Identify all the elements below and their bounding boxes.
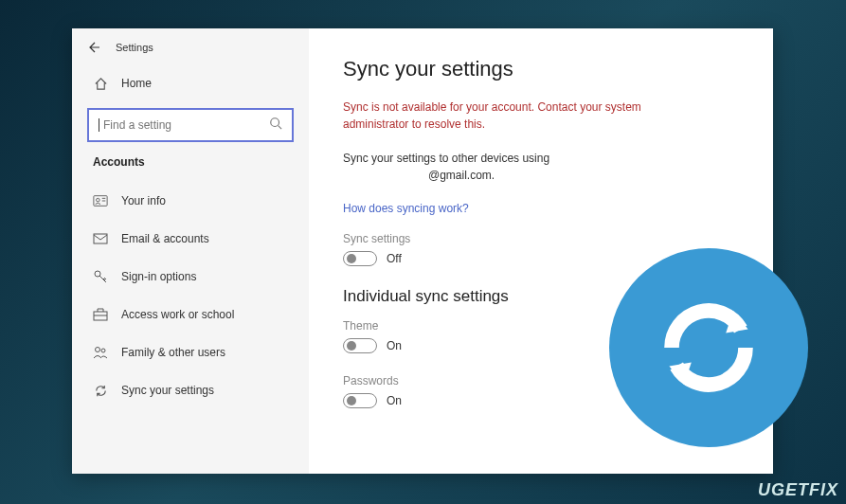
text-cursor bbox=[99, 118, 99, 132]
sync-icon bbox=[93, 383, 108, 398]
sidebar-item-label: Family & other users bbox=[121, 346, 225, 359]
sidebar-item-family[interactable]: Family & other users bbox=[72, 333, 309, 371]
person-card-icon bbox=[93, 193, 108, 208]
home-nav[interactable]: Home bbox=[72, 63, 309, 104]
sidebar-item-label: Your info bbox=[121, 194, 166, 207]
search-box[interactable] bbox=[87, 108, 294, 142]
svg-point-7 bbox=[101, 349, 105, 352]
back-button[interactable] bbox=[89, 42, 100, 53]
passwords-state: On bbox=[387, 394, 402, 407]
sidebar-item-work[interactable]: Access work or school bbox=[72, 296, 309, 333]
sidebar-item-label: Sign-in options bbox=[121, 270, 196, 283]
home-icon bbox=[93, 76, 108, 91]
error-message: Sync is not available for your account. … bbox=[343, 99, 703, 133]
theme-state: On bbox=[387, 339, 402, 352]
sync-settings-toggle[interactable] bbox=[343, 251, 377, 266]
search-icon bbox=[269, 117, 282, 134]
sidebar-item-your-info[interactable]: Your info bbox=[72, 182, 309, 220]
sync-badge-overlay bbox=[609, 248, 808, 447]
toggle-knob bbox=[347, 341, 356, 351]
search-input[interactable] bbox=[103, 118, 269, 132]
sidebar-item-label: Sync your settings bbox=[121, 384, 214, 397]
nav-list: Your info Email & accounts Sign-in optio… bbox=[72, 182, 309, 409]
sync-settings-state: Off bbox=[387, 252, 402, 265]
sync-large-icon bbox=[647, 286, 770, 409]
window-header: Settings bbox=[72, 28, 309, 63]
home-label: Home bbox=[121, 77, 152, 90]
page-title: Sync your settings bbox=[343, 57, 739, 81]
svg-point-6 bbox=[96, 348, 100, 352]
sidebar-item-label: Access work or school bbox=[121, 308, 234, 321]
svg-point-2 bbox=[97, 198, 100, 202]
sync-settings-label: Sync settings bbox=[343, 232, 739, 245]
mail-icon bbox=[93, 231, 108, 246]
category-heading: Accounts bbox=[72, 155, 309, 182]
sync-desc-line1: Sync your settings to other devices usin… bbox=[343, 152, 549, 165]
briefcase-icon bbox=[93, 307, 108, 322]
people-icon bbox=[93, 345, 108, 360]
passwords-toggle[interactable] bbox=[343, 393, 377, 408]
window-title: Settings bbox=[116, 42, 153, 53]
sidebar-item-label: Email & accounts bbox=[121, 232, 209, 245]
sync-desc-line2: @gmail.com. bbox=[428, 169, 495, 182]
how-sync-works-link[interactable]: How does syncing work? bbox=[343, 202, 469, 215]
svg-rect-3 bbox=[94, 234, 107, 243]
sidebar-item-email[interactable]: Email & accounts bbox=[72, 220, 309, 258]
svg-point-0 bbox=[271, 118, 279, 127]
toggle-knob bbox=[347, 396, 356, 405]
theme-toggle[interactable] bbox=[343, 338, 377, 353]
sidebar-item-signin[interactable]: Sign-in options bbox=[72, 258, 309, 296]
watermark: UGETFIX bbox=[758, 480, 838, 500]
sidebar-item-sync[interactable]: Sync your settings bbox=[72, 371, 309, 409]
sidebar: Settings Home Accounts Your info Email &… bbox=[72, 28, 309, 474]
sync-description: Sync your settings to other devices usin… bbox=[343, 150, 627, 184]
back-arrow-icon bbox=[89, 42, 100, 53]
toggle-knob bbox=[347, 254, 356, 263]
key-icon bbox=[93, 269, 108, 284]
